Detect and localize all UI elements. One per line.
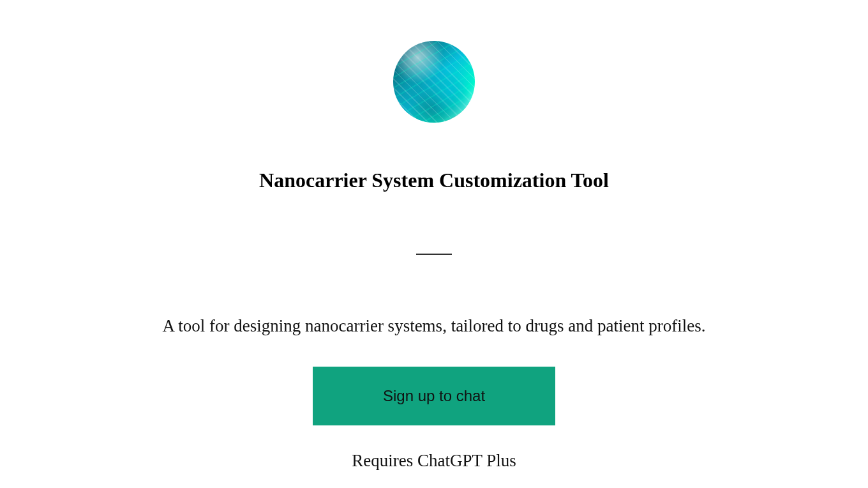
page-title: Nanocarrier System Customization Tool bbox=[259, 169, 609, 192]
description-text: A tool for designing nanocarrier systems… bbox=[162, 316, 705, 336]
divider bbox=[416, 254, 452, 255]
signup-button[interactable]: Sign up to chat bbox=[313, 367, 555, 425]
requires-text: Requires ChatGPT Plus bbox=[352, 451, 516, 471]
app-avatar-icon bbox=[393, 41, 475, 123]
